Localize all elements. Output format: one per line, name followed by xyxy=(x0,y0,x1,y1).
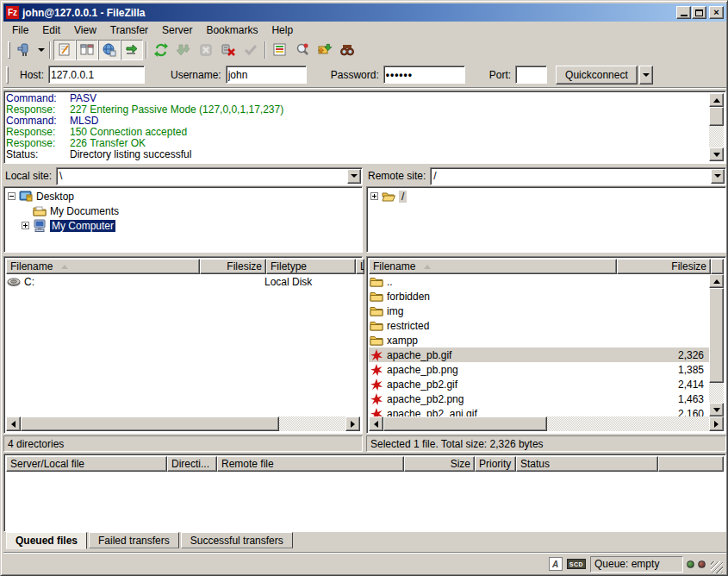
scroll-right-button[interactable] xyxy=(345,416,360,431)
synchronized-browsing-icon[interactable] xyxy=(314,40,336,60)
scroll-down-button[interactable] xyxy=(709,403,724,416)
password-input[interactable] xyxy=(386,69,463,81)
tree-item-root[interactable]: / xyxy=(369,189,724,203)
column-filetype[interactable]: Filetype xyxy=(266,259,356,274)
file-row[interactable]: apache_pb2.gif 2,414 xyxy=(369,377,709,391)
close-icon: × xyxy=(713,8,719,17)
file-row[interactable]: apache_pb2.png 1,463 xyxy=(369,391,709,406)
menu-edit[interactable]: Edit xyxy=(35,22,67,38)
column-status[interactable]: Status xyxy=(516,456,658,472)
expand-icon[interactable] xyxy=(22,222,29,229)
directory-comparison-icon[interactable] xyxy=(269,40,291,60)
file-row-selected[interactable]: apache_pb.gif 2,326 xyxy=(369,347,709,362)
quickconnect-dropdown[interactable] xyxy=(639,66,653,85)
remote-vertical-scrollbar[interactable] xyxy=(709,274,724,416)
process-queue-icon[interactable] xyxy=(172,40,195,60)
menu-server[interactable]: Server xyxy=(155,22,199,38)
expand-icon[interactable] xyxy=(370,192,378,200)
scroll-thumb[interactable] xyxy=(709,288,724,383)
toggle-transfer-queue-icon[interactable] xyxy=(121,40,143,60)
username-input[interactable] xyxy=(228,69,304,81)
scroll-thumb[interactable] xyxy=(383,416,547,431)
tab-successful-transfers[interactable]: Successful transfers xyxy=(181,532,293,548)
file-row[interactable]: C: Local Disk xyxy=(6,274,360,289)
scroll-thumb[interactable] xyxy=(21,416,279,431)
tab-queued-files[interactable]: Queued files xyxy=(6,532,87,549)
local-site-combo[interactable]: \ xyxy=(56,167,363,185)
minimize-button[interactable] xyxy=(676,6,691,19)
remote-site-combo[interactable]: / xyxy=(430,167,726,185)
column-filename[interactable]: Filename xyxy=(6,259,200,274)
file-row[interactable]: apache_pb2_ani.gif 2,160 xyxy=(369,406,709,416)
quickconnect-button[interactable]: Quickconnect xyxy=(556,66,638,85)
find-files-icon[interactable] xyxy=(336,40,358,60)
menu-bookmarks[interactable]: Bookmarks xyxy=(199,22,264,38)
column-server-local-file[interactable]: Server/Local file xyxy=(6,456,167,472)
column-priority[interactable]: Priority xyxy=(475,456,516,472)
site-manager-icon[interactable] xyxy=(13,40,35,60)
column-filesize[interactable]: Filesize xyxy=(617,259,711,274)
column-size[interactable]: Size xyxy=(404,456,475,472)
column-remote-file[interactable]: Remote file xyxy=(217,456,404,472)
scroll-down-button[interactable] xyxy=(709,147,724,161)
file-row[interactable]: img xyxy=(369,304,709,318)
file-row[interactable]: apache_pb.png 1,385 xyxy=(369,362,709,377)
maximize-button[interactable] xyxy=(692,6,706,19)
column-filename[interactable]: Filename xyxy=(369,259,617,274)
username-label: Username: xyxy=(171,69,221,81)
speed-limit-icon[interactable]: SCD xyxy=(567,559,586,569)
remote-file-list: Filename Filesize .. forbidden xyxy=(366,256,726,434)
filename-filters-icon[interactable] xyxy=(291,40,314,60)
title-bar[interactable]: Fz john@127.0.0.1 - FileZilla × xyxy=(3,3,726,22)
remote-horizontal-scrollbar[interactable] xyxy=(369,416,724,431)
scroll-left-button[interactable] xyxy=(6,416,21,431)
file-row[interactable]: .. xyxy=(369,274,709,289)
file-name: forbidden xyxy=(387,291,618,303)
scroll-up-button[interactable] xyxy=(709,93,724,107)
message-log: Command:PASV Response:227 Entering Passi… xyxy=(3,91,726,164)
file-row[interactable]: xampp xyxy=(369,333,709,347)
transfer-type-icon[interactable]: A xyxy=(549,557,563,571)
scroll-left-button[interactable] xyxy=(369,416,383,431)
host-input[interactable] xyxy=(51,69,142,81)
port-input[interactable] xyxy=(518,69,544,81)
column-direction[interactable]: Directi... xyxy=(167,456,217,472)
column-filesize[interactable]: Filesize xyxy=(200,259,266,274)
menu-transfer[interactable]: Transfer xyxy=(103,22,155,38)
tree-item-my-documents[interactable]: My Documents xyxy=(6,203,360,218)
local-site-combo-button[interactable] xyxy=(347,169,361,184)
toggle-remote-tree-icon[interactable] xyxy=(98,40,121,60)
scroll-right-button[interactable] xyxy=(709,416,724,431)
disconnect-icon[interactable] xyxy=(217,40,240,60)
sort-ascending-icon xyxy=(424,265,431,269)
menu-view[interactable]: View xyxy=(67,22,103,38)
toggle-message-log-icon[interactable] xyxy=(53,40,76,60)
remote-site-combo-button[interactable] xyxy=(711,169,725,184)
file-row[interactable]: restricted xyxy=(369,318,709,333)
toolbar-grip[interactable] xyxy=(8,41,10,59)
tab-failed-transfers[interactable]: Failed transfers xyxy=(89,532,179,548)
log-vertical-scrollbar[interactable] xyxy=(709,93,724,161)
site-manager-dropdown[interactable] xyxy=(35,40,47,60)
tree-item-desktop[interactable]: Desktop xyxy=(6,189,360,203)
toggle-local-tree-icon[interactable] xyxy=(76,40,98,60)
scroll-thumb[interactable] xyxy=(709,107,724,126)
menu-help[interactable]: Help xyxy=(264,22,300,38)
reconnect-icon[interactable] xyxy=(240,40,262,60)
tree-item-label-selected: My Computer xyxy=(50,220,115,232)
quickbar-grip[interactable] xyxy=(6,66,9,84)
column-last-modified[interactable]: L xyxy=(356,259,364,274)
tree-item-my-computer[interactable]: My Computer xyxy=(6,218,360,233)
scroll-up-button[interactable] xyxy=(709,274,724,288)
local-horizontal-scrollbar[interactable] xyxy=(6,416,360,431)
triangle-left-icon xyxy=(11,421,16,428)
menu-file[interactable]: File xyxy=(5,22,35,38)
quickconnect-bar: Host: Username: Password: Port: Quickcon… xyxy=(3,62,726,88)
computer-icon xyxy=(33,219,47,233)
resize-grip[interactable] xyxy=(711,561,723,573)
close-button[interactable]: × xyxy=(709,6,724,19)
refresh-icon[interactable] xyxy=(150,40,172,60)
cancel-operation-icon[interactable] xyxy=(195,40,217,60)
file-row[interactable]: forbidden xyxy=(369,289,709,304)
collapse-icon[interactable] xyxy=(8,192,16,200)
